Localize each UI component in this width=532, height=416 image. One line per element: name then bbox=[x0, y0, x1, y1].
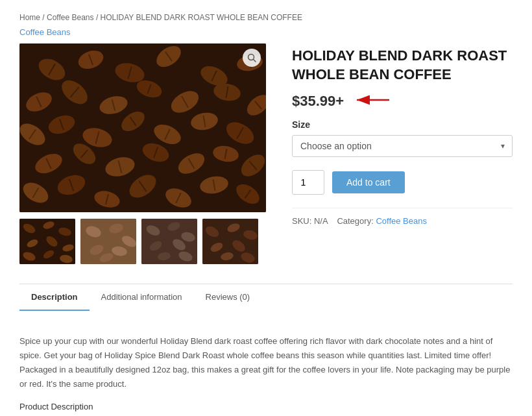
breadcrumb-current: HOLIDAY BLEND DARK ROAST WHOLE BEAN COFF… bbox=[101, 13, 302, 22]
product-info: HOLIDAY BLEND DARK ROAST WHOLE BEAN COFF… bbox=[292, 43, 513, 264]
category-link[interactable]: Coffee Beans bbox=[19, 27, 513, 37]
tab-description[interactable]: Description bbox=[19, 284, 90, 311]
size-select[interactable]: Choose an option 12oz 24oz bbox=[292, 135, 513, 157]
svg-line-70 bbox=[254, 60, 256, 62]
breadcrumb-coffee-beans[interactable]: Coffee Beans bbox=[47, 13, 94, 22]
thumbnail-1[interactable] bbox=[19, 219, 75, 264]
breadcrumb-home[interactable]: Home bbox=[19, 13, 40, 22]
thumbnail-2[interactable] bbox=[80, 219, 136, 264]
thumbnail-3[interactable] bbox=[141, 219, 197, 264]
tab-additional-information[interactable]: Additional information bbox=[90, 284, 194, 311]
category-label: Category: bbox=[337, 216, 373, 226]
product-images bbox=[19, 43, 266, 264]
breadcrumb: Home / Coffee Beans / HOLIDAY BLEND DARK… bbox=[19, 13, 513, 22]
sku-value: N/A bbox=[314, 216, 328, 226]
add-to-cart-row: Add to cart bbox=[292, 170, 513, 195]
tab-content: Spice up your cup with our wonderful Hol… bbox=[19, 324, 513, 416]
description-text: Spice up your cup with our wonderful Hol… bbox=[19, 334, 513, 391]
image-zoom-button[interactable] bbox=[243, 49, 261, 67]
sku-category-row: SKU: N/A Category: Coffee Beans bbox=[292, 208, 513, 226]
size-label: Size bbox=[292, 119, 513, 130]
thumbnail-4[interactable] bbox=[202, 219, 258, 264]
main-product-image bbox=[19, 43, 266, 212]
price-arrow bbox=[352, 92, 394, 110]
product-title: HOLIDAY BLEND DARK ROAST WHOLE BEAN COFF… bbox=[292, 47, 513, 84]
category-value-link[interactable]: Coffee Beans bbox=[376, 216, 427, 226]
sku-label: SKU: bbox=[292, 216, 311, 226]
tab-reviews[interactable]: Reviews (0) bbox=[194, 284, 262, 311]
tabs-bar: Description Additional information Revie… bbox=[19, 284, 513, 311]
tabs-section: Description Additional information Revie… bbox=[19, 284, 513, 311]
product-layout: HOLIDAY BLEND DARK ROAST WHOLE BEAN COFF… bbox=[19, 43, 513, 264]
add-to-cart-button[interactable]: Add to cart bbox=[332, 171, 405, 193]
product-desc-heading: Product Description bbox=[19, 402, 513, 411]
thumbnail-strip bbox=[19, 219, 266, 264]
price-row: $35.99+ bbox=[292, 92, 513, 110]
size-select-wrapper: Choose an option 12oz 24oz ▾ bbox=[292, 135, 513, 157]
quantity-input[interactable] bbox=[292, 170, 324, 195]
product-price: $35.99+ bbox=[292, 93, 344, 110]
